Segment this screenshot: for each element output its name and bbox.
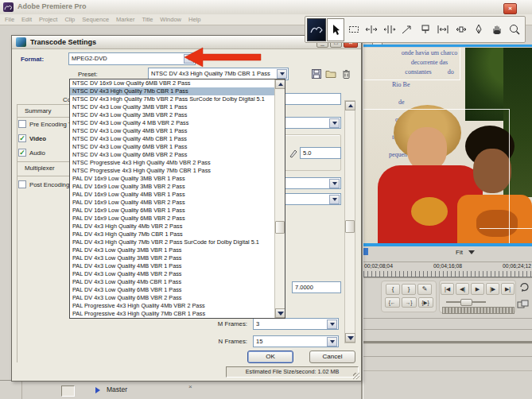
menu-item[interactable]: Edit — [21, 16, 32, 23]
preset-option[interactable]: PAL DV 4x3 Low Quality 4MB VBR 1 Pass — [70, 262, 275, 270]
track-select-tool[interactable] — [345, 18, 363, 41]
preset-option[interactable]: NTSC DV 4x3 High Quality 7Mb CBR 1 Pass — [70, 87, 275, 95]
m-frames-dropdown[interactable]: 3 — [253, 318, 339, 330]
marker-button[interactable]: } — [402, 284, 416, 295]
save-preset-button[interactable] — [311, 68, 322, 79]
marker-button[interactable]: { — [386, 284, 400, 295]
bitrate-input[interactable]: 7.0000 — [292, 281, 341, 293]
goto-marker-button[interactable]: {▶} — [418, 297, 433, 308]
scroll-up-icon[interactable] — [345, 101, 355, 110]
selection-tool[interactable] — [327, 18, 344, 41]
delete-preset-button[interactable] — [341, 68, 352, 79]
preset-option[interactable]: PAL DV 4x3 High Quality 4Mb VBR 2 Pass — [70, 223, 275, 230]
clip-thumbnail[interactable] — [307, 18, 326, 41]
nav-item-audio[interactable]: Audio — [29, 149, 45, 157]
jog-wheel[interactable] — [442, 307, 515, 314]
master-close-icon[interactable]: × — [188, 383, 192, 390]
shuttle-slider-thumb[interactable] — [460, 299, 472, 306]
preset-option[interactable]: PAL DV 4x3 Low Quality 6MB VBR 1 Pass — [70, 286, 275, 294]
scroll-up-icon[interactable] — [275, 79, 285, 89]
export-frame-button[interactable] — [517, 300, 530, 310]
menu-item[interactable]: Clip — [64, 16, 75, 23]
resize-grip[interactable] — [353, 373, 359, 379]
rolling-edit-tool[interactable] — [381, 18, 398, 41]
scrollbar-thumb[interactable] — [275, 221, 285, 234]
razor-tool[interactable] — [417, 18, 434, 41]
chevron-down-icon[interactable] — [329, 195, 340, 204]
chevron-down-icon[interactable] — [329, 179, 340, 188]
slide-tool[interactable] — [452, 18, 470, 41]
preset-option[interactable]: NTSC DV 4x3 Low Quality 6MB VBR 1 Pass — [70, 143, 275, 151]
quality-input[interactable]: 5.0 — [300, 147, 341, 159]
cancel-button[interactable]: Cancel — [309, 351, 355, 363]
menu-item[interactable]: Project — [39, 16, 57, 23]
preset-option[interactable]: NTSC DV 4x3 Low Quality 4MB VBR 1 Pass — [70, 127, 275, 135]
chevron-down-icon[interactable] — [277, 69, 287, 79]
scroll-down-icon[interactable] — [275, 308, 285, 318]
goto-marker-button[interactable]: {← — [385, 297, 400, 308]
playback-button[interactable]: |▶ — [486, 283, 499, 295]
preset-option[interactable]: PAL DV 4x3 Low Quality 3MB VBR 1 Pass — [70, 246, 275, 254]
preset-option[interactable]: PAL DV 4x3 Low Quality 3MB VBR 2 Pass — [70, 254, 275, 262]
playback-button[interactable]: |◀ — [441, 283, 454, 295]
goto-marker-button[interactable]: →} — [402, 297, 417, 308]
menu-item[interactable]: Help — [188, 16, 200, 23]
chevron-down-icon[interactable] — [327, 320, 337, 329]
ok-button[interactable]: OK — [247, 351, 293, 363]
ripple-edit-tool[interactable] — [363, 18, 380, 41]
format-dropdown[interactable]: MPEG2-DVD — [68, 52, 196, 65]
settings-scrollbar[interactable] — [344, 100, 355, 343]
scroll-down-icon[interactable] — [345, 333, 355, 343]
chevron-down-icon[interactable] — [329, 118, 340, 128]
hand-tool[interactable] — [488, 18, 506, 41]
loop-button[interactable] — [518, 281, 530, 292]
audio-checkbox[interactable] — [18, 149, 26, 157]
preset-option[interactable]: NTSC Progressive 4x3 High Quality 7Mb CB… — [70, 167, 275, 175]
timeline-ruler-ticks[interactable] — [363, 271, 532, 277]
zoom-level-dropdown[interactable]: Fit — [444, 248, 487, 257]
marker-button[interactable]: ✎ — [417, 284, 432, 295]
preset-option[interactable]: PAL DV 16x9 Low Quality 6MB VBR 1 Pass — [70, 207, 275, 215]
preset-option[interactable]: PAL DV 16x9 Low Quality 4MB VBR 2 Pass — [70, 199, 275, 207]
nav-item-summary[interactable]: Summary — [25, 107, 51, 114]
preset-option[interactable]: PAL DV 4x3 Low Quality 6MB VBR 2 Pass — [70, 294, 275, 302]
window-close-icon[interactable]: × — [503, 3, 517, 14]
preset-option[interactable]: NTSC DV 4x3 High Quality 7Mb VBR 2 Pass … — [70, 95, 275, 103]
nav-item-multiplexer[interactable]: Multiplexer — [25, 165, 55, 172]
chevron-down-icon[interactable] — [327, 337, 337, 347]
preset-option[interactable]: PAL DV 16x9 Low Quality 4MB VBR 1 Pass — [70, 191, 275, 199]
preset-option[interactable]: NTSC DV 4x3 Low Quality 4Mb CBR 1 Pass — [70, 135, 275, 143]
playback-button[interactable]: ▶ — [471, 283, 484, 295]
preset-option[interactable]: NTSC DV 4x3 Low Quality 3MB VBR 2 Pass — [70, 111, 275, 119]
scrollbar-thumb[interactable] — [345, 220, 355, 233]
zoom-tool[interactable] — [506, 18, 523, 41]
playback-button[interactable]: ▶| — [501, 283, 515, 295]
rate-stretch-tool[interactable] — [398, 18, 416, 41]
menu-item[interactable]: Marker — [116, 16, 134, 23]
import-preset-button[interactable] — [325, 68, 336, 79]
menu-item[interactable]: File — [5, 16, 14, 23]
master-track-checkbox[interactable] — [61, 385, 75, 397]
preset-option[interactable]: PAL DV 4x3 Low Quality 4MB VBR 2 Pass — [70, 270, 275, 278]
preset-option[interactable]: NTSC DV 4x3 Low Quality 6MB VBR 2 Pass — [70, 151, 275, 159]
preset-option[interactable]: PAL DV 4x3 High Quality 7Mb VBR 2 Pass S… — [70, 238, 275, 246]
preset-list-scrollbar[interactable] — [274, 79, 285, 318]
slip-tool[interactable] — [434, 18, 452, 41]
menu-item[interactable]: Title — [142, 16, 153, 23]
nav-item-video[interactable]: Video — [29, 135, 46, 142]
preset-option[interactable]: PAL DV 16x9 Low Quality 3MB VBR 2 Pass — [70, 183, 275, 191]
post-encoding-checkbox[interactable] — [18, 180, 26, 188]
playback-button[interactable]: ◀| — [456, 283, 469, 295]
n-frames-dropdown[interactable]: 15 — [253, 335, 339, 347]
preset-option[interactable]: PAL DV 16x9 Low Quality 6MB VBR 2 Pass — [70, 215, 275, 223]
preset-option[interactable]: NTSC DV 16x9 Low Quality 6MB VBR 2 Pass — [70, 79, 275, 87]
track-divider-thick[interactable] — [363, 341, 532, 344]
twirl-right-icon[interactable] — [95, 387, 100, 393]
pre-encoding-checkbox[interactable] — [18, 120, 26, 128]
preset-option[interactable]: PAL Progressive 4x3 High Quality 7Mb CBR… — [70, 310, 275, 318]
preset-option[interactable]: NTSC Progressive 4x3 High Quality 4Mb VB… — [70, 159, 275, 167]
preset-option[interactable]: PAL DV 16x9 Low Quality 3MB VBR 1 Pass — [70, 175, 275, 183]
preset-option[interactable]: PAL DV 4x3 Low Quality 4Mb CBR 1 Pass — [70, 278, 275, 286]
menu-item[interactable]: Sequence — [82, 16, 109, 23]
video-checkbox[interactable] — [18, 134, 26, 142]
